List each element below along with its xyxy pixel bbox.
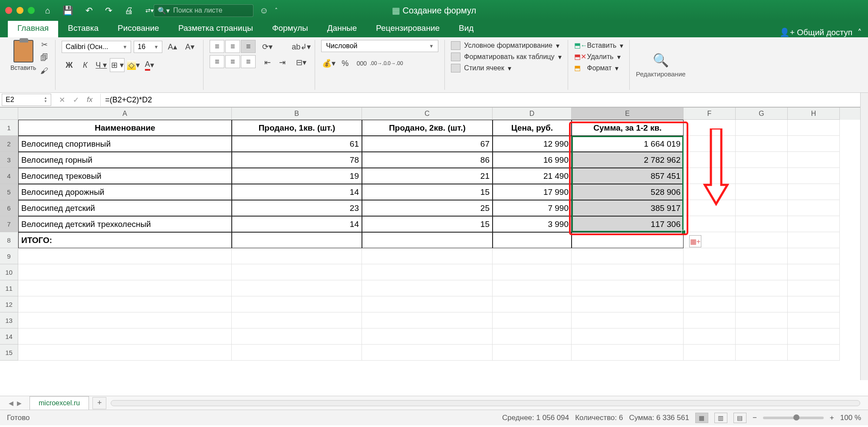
cell[interactable] xyxy=(493,296,572,312)
vertical-scrollbar[interactable] xyxy=(860,93,868,380)
cell[interactable] xyxy=(684,136,736,152)
cell[interactable] xyxy=(362,312,493,328)
cell[interactable] xyxy=(736,345,788,361)
font-color-button[interactable]: A▾ xyxy=(142,58,157,72)
paste-icon[interactable] xyxy=(13,40,33,62)
formula-input[interactable]: =(B2+C2)*D2 xyxy=(100,94,857,106)
cell[interactable] xyxy=(232,296,362,312)
row-header[interactable]: 7 xyxy=(0,216,18,232)
cell[interactable] xyxy=(684,168,736,184)
collapse-ribbon-icon[interactable]: ˄ xyxy=(275,7,278,14)
minimize-window-icon[interactable] xyxy=(16,7,23,14)
cell[interactable]: 528 906 xyxy=(572,184,684,200)
row-header[interactable]: 12 xyxy=(0,296,18,312)
zoom-in-button[interactable]: + xyxy=(830,414,834,422)
cell[interactable] xyxy=(572,264,684,280)
cell[interactable] xyxy=(684,280,736,296)
tab-draw[interactable]: Рисование xyxy=(108,20,169,37)
row-header[interactable]: 1 xyxy=(0,120,18,136)
cell[interactable] xyxy=(736,312,788,328)
format-as-table-button[interactable]: Форматировать как таблицу ▾ xyxy=(451,51,561,62)
cell[interactable]: 857 451 xyxy=(572,168,684,184)
cell[interactable] xyxy=(684,216,736,232)
cell[interactable]: Велосипед горный xyxy=(18,152,232,168)
cell[interactable] xyxy=(362,264,493,280)
cell[interactable] xyxy=(18,280,232,296)
cell[interactable] xyxy=(736,136,788,152)
align-bottom-icon[interactable]: ≡ xyxy=(241,40,256,53)
insert-cells-button[interactable]: ⬒←Вставить ▾ xyxy=(574,40,624,51)
row-header[interactable]: 15 xyxy=(0,345,18,361)
zoom-level[interactable]: 100 % xyxy=(840,414,861,422)
cell[interactable] xyxy=(788,328,840,345)
cell[interactable]: 21 490 xyxy=(493,168,572,184)
row-header[interactable]: 3 xyxy=(0,152,18,168)
cell[interactable] xyxy=(736,248,788,264)
cancel-formula-icon[interactable]: ✕ xyxy=(59,95,65,105)
col-header-a[interactable]: A xyxy=(18,108,232,120)
italic-button[interactable]: К xyxy=(78,58,92,72)
cell[interactable] xyxy=(18,248,232,264)
sheet-nav-prev-icon[interactable]: ◀ xyxy=(9,400,13,407)
cell[interactable]: Велосипед трековый xyxy=(18,168,232,184)
cell[interactable]: Цена, руб. xyxy=(493,120,572,136)
print-icon[interactable]: 🖨 xyxy=(125,6,133,16)
cell[interactable]: Продано, 1кв. (шт.) xyxy=(232,120,362,136)
cell[interactable]: 16 990 xyxy=(493,152,572,168)
accept-formula-icon[interactable]: ✓ xyxy=(73,95,79,105)
align-center-icon[interactable]: ≡ xyxy=(225,55,240,68)
paste-button[interactable]: Вставить xyxy=(10,64,36,71)
merge-cells-icon[interactable]: ⊟▾ xyxy=(294,56,309,69)
share-button[interactable]: 👤+ Общий доступ xyxy=(779,27,852,37)
cell[interactable] xyxy=(572,328,684,345)
cell[interactable] xyxy=(684,264,736,280)
cell[interactable]: 1 664 019 xyxy=(572,136,684,152)
cell[interactable]: 15 xyxy=(362,216,493,232)
cell[interactable]: 385 917 xyxy=(572,200,684,216)
quick-analysis-icon[interactable]: ▦+ xyxy=(689,235,701,247)
row-header[interactable]: 6 xyxy=(0,200,18,216)
col-header-b[interactable]: B xyxy=(232,108,362,120)
cell[interactable] xyxy=(362,280,493,296)
tab-formulas[interactable]: Формулы xyxy=(263,20,318,37)
cell[interactable] xyxy=(18,345,232,361)
bold-button[interactable]: Ж xyxy=(62,58,76,72)
delete-cells-button[interactable]: ⬒✕Удалить ▾ xyxy=(574,51,624,62)
col-header-h[interactable]: H xyxy=(788,108,840,120)
cell[interactable] xyxy=(572,248,684,264)
tab-page-layout[interactable]: Разметка страницы xyxy=(169,20,263,37)
row-header[interactable]: 4 xyxy=(0,168,18,184)
cell[interactable]: 78 xyxy=(232,152,362,168)
cell[interactable] xyxy=(232,328,362,345)
cell[interactable] xyxy=(493,248,572,264)
currency-icon[interactable]: 💰▾ xyxy=(321,56,336,70)
increase-decimal-icon[interactable]: .00→.0 xyxy=(371,56,385,70)
cell[interactable]: 14 xyxy=(232,184,362,200)
align-top-icon[interactable]: ≡ xyxy=(210,40,224,53)
col-header-d[interactable]: D xyxy=(493,108,572,120)
cell[interactable] xyxy=(736,120,788,136)
cell[interactable] xyxy=(362,296,493,312)
page-break-view-icon[interactable]: ▤ xyxy=(733,413,746,423)
redo-icon[interactable]: ↷ xyxy=(105,5,112,16)
cell[interactable] xyxy=(736,184,788,200)
cell[interactable]: 21 xyxy=(362,168,493,184)
tab-review[interactable]: Рецензирование xyxy=(366,20,449,37)
tab-insert[interactable]: Вставка xyxy=(58,20,108,37)
cell[interactable] xyxy=(18,264,232,280)
cell[interactable] xyxy=(788,264,840,280)
cell[interactable] xyxy=(493,280,572,296)
row-header[interactable]: 13 xyxy=(0,312,18,328)
align-right-icon[interactable]: ≡ xyxy=(241,55,256,68)
name-box[interactable]: E2 ▲▼ xyxy=(2,94,51,106)
font-name-select[interactable]: Calibri (Осн...▼ xyxy=(62,41,131,53)
cell[interactable] xyxy=(788,345,840,361)
font-size-select[interactable]: 16▼ xyxy=(134,41,162,53)
format-cells-button[interactable]: ⬒Формат ▾ xyxy=(574,62,624,74)
zoom-slider[interactable] xyxy=(763,417,824,419)
cell[interactable] xyxy=(736,280,788,296)
cell[interactable] xyxy=(788,184,840,200)
cell[interactable]: 86 xyxy=(362,152,493,168)
cell[interactable]: 17 990 xyxy=(493,184,572,200)
tab-data[interactable]: Данные xyxy=(318,20,367,37)
